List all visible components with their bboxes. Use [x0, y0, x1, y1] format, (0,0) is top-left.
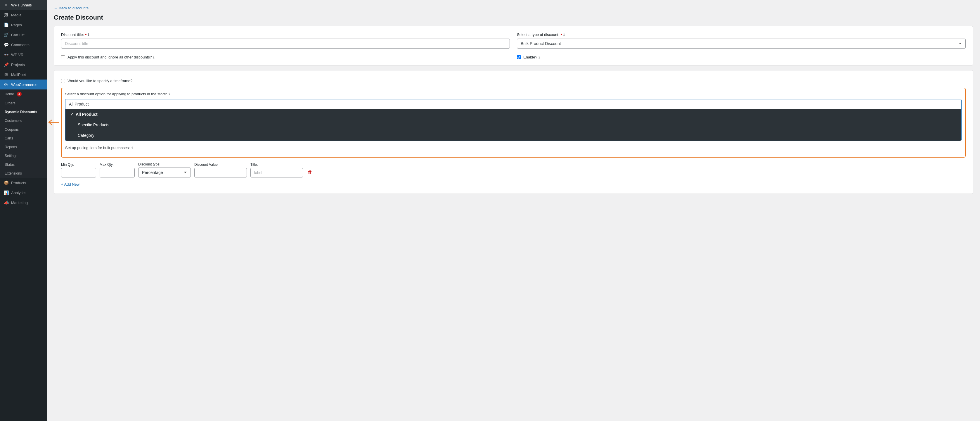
discount-type-label: Select a type of discount: • ℹ: [517, 32, 966, 37]
wp-vr-icon: 👓: [3, 52, 9, 57]
checkmark-icon: ✓: [70, 112, 73, 116]
woo-subitems: Home 4 Orders Dynamic Discounts Customer…: [0, 89, 47, 178]
enable-discount-label: Enable? ℹ: [523, 55, 540, 59]
back-arrow-icon: ←: [54, 6, 57, 10]
sidebar-item-home[interactable]: Home 4: [0, 89, 47, 99]
discount-value-label: Discount Value:: [194, 163, 247, 167]
projects-icon: 📌: [3, 62, 9, 67]
dropdown-option-all-product[interactable]: ✓ All Product: [65, 109, 961, 120]
dropdown-option-category[interactable]: Category: [65, 130, 961, 140]
dropdown-header: All Product: [65, 99, 961, 109]
sidebar-item-wp-funnels[interactable]: ≡ WP Funnels: [0, 0, 47, 10]
sidebar-item-wp-vr[interactable]: 👓 WP VR: [0, 50, 47, 60]
analytics-icon: 📊: [3, 190, 9, 195]
tier-discount-type-field: Discount type: Percentage Fixed: [138, 162, 191, 177]
discount-option-section: Select a discount option for applying to…: [61, 88, 966, 158]
pricing-tiers-info-icon[interactable]: ℹ: [132, 146, 133, 150]
title-field: Title:: [250, 163, 303, 177]
discount-title-label: Discount title: • ℹ: [61, 32, 510, 37]
tier-discount-type-label: Discount type:: [138, 162, 191, 166]
min-qty-input[interactable]: [61, 168, 96, 177]
back-to-discounts-link[interactable]: ← Back to discounts: [54, 6, 89, 10]
title-label: Title:: [250, 163, 303, 167]
timeframe-checkbox[interactable]: [61, 79, 65, 83]
wp-funnels-icon: ≡: [3, 2, 9, 8]
sidebar-item-analytics[interactable]: 📊 Analytics: [0, 188, 47, 198]
delete-tier-button[interactable]: 🗑: [307, 168, 313, 176]
page-title: Create Discount: [54, 14, 973, 21]
timeframe-row: Would you like to specify a timeframe?: [61, 79, 966, 83]
required-indicator: •: [85, 32, 87, 37]
dropdown-menu: ✓ All Product Specific Products Category: [65, 109, 961, 140]
discount-options-card: Would you like to specify a timeframe? S…: [54, 70, 973, 194]
tier-row: Min Qty: Max Qty: Discount type: Percent…: [61, 162, 966, 177]
timeframe-label: Would you like to specify a timeframe?: [67, 79, 132, 83]
apply-discount-info-icon[interactable]: ℹ: [153, 55, 154, 59]
discount-title-group: Discount title: • ℹ: [61, 32, 510, 48]
home-badge: 4: [17, 92, 22, 96]
discount-value-input[interactable]: [194, 168, 247, 177]
sidebar-item-projects[interactable]: 📌 Projects: [0, 60, 47, 70]
woocommerce-icon: 🛍: [3, 82, 9, 87]
discount-title-info-icon[interactable]: ℹ: [88, 32, 89, 37]
enable-row: Enable? ℹ: [517, 55, 966, 59]
sidebar-item-pages[interactable]: 📄 Pages: [0, 20, 47, 30]
sidebar-item-orders[interactable]: Orders: [0, 99, 47, 108]
sidebar-item-reports[interactable]: Reports: [0, 143, 47, 151]
discount-value-field: Discount Value:: [194, 163, 247, 177]
sidebar-item-products[interactable]: 📦 Products: [0, 178, 47, 188]
main-content: ← Back to discounts Create Discount Disc…: [47, 0, 980, 421]
discount-option-label: Select a discount option for applying to…: [65, 92, 962, 96]
sidebar-item-media[interactable]: 🖼 Media: [0, 10, 47, 20]
min-qty-field: Min Qty:: [61, 163, 96, 177]
pricing-tiers-label: Set up pricing tiers for bulk purchases:…: [65, 145, 962, 150]
discount-option-info-icon[interactable]: ℹ: [169, 92, 170, 96]
discount-type-info-icon[interactable]: ℹ: [563, 32, 565, 37]
sidebar-item-dynamic-discounts[interactable]: Dynamic Discounts: [0, 108, 47, 116]
products-icon: 📦: [3, 180, 9, 185]
min-qty-label: Min Qty:: [61, 163, 96, 167]
cart-lift-icon: 🛒: [3, 32, 9, 37]
max-qty-input[interactable]: [100, 168, 135, 177]
tier-discount-type-select[interactable]: Percentage Fixed: [138, 167, 191, 177]
sidebar-item-settings[interactable]: Settings: [0, 151, 47, 160]
marketing-icon: 📣: [3, 200, 9, 205]
arrow-pointer: [47, 119, 59, 127]
apply-discount-row: Apply this discount and ignore all other…: [61, 55, 510, 59]
sidebar-item-cart-lift[interactable]: 🛒 Cart Lift: [0, 30, 47, 40]
sidebar-item-comments[interactable]: 💬 Comments: [0, 40, 47, 50]
apply-discount-checkbox[interactable]: [61, 55, 65, 59]
required-indicator2: •: [560, 32, 562, 37]
apply-discount-label: Apply this discount and ignore all other…: [67, 55, 154, 59]
sidebar-item-marketing[interactable]: 📣 Marketing: [0, 198, 47, 207]
enable-info-icon[interactable]: ℹ: [538, 55, 540, 59]
add-new-button[interactable]: + Add New: [61, 181, 80, 188]
discount-title-input[interactable]: [61, 38, 510, 48]
max-qty-field: Max Qty:: [100, 163, 135, 177]
enable-discount-checkbox[interactable]: [517, 55, 521, 59]
sidebar-item-coupons[interactable]: Coupons: [0, 125, 47, 134]
sidebar-item-customers[interactable]: Customers: [0, 116, 47, 125]
max-qty-label: Max Qty:: [100, 163, 135, 167]
sidebar-item-status[interactable]: Status: [0, 160, 47, 169]
comments-icon: 💬: [3, 42, 9, 47]
sidebar-item-woocommerce[interactable]: 🛍 WooCommerce: [0, 80, 47, 89]
media-icon: 🖼: [3, 12, 9, 18]
mailpoet-icon: ✉: [3, 72, 9, 77]
dropdown-option-specific-products[interactable]: Specific Products: [65, 120, 961, 130]
sidebar-item-mailpoet[interactable]: ✉ MailPoet: [0, 70, 47, 80]
discount-option-dropdown[interactable]: All Product ✓ All Product Specific Produ…: [65, 99, 962, 141]
title-input[interactable]: [250, 168, 303, 177]
discount-type-group: Select a type of discount: • ℹ Bulk Prod…: [517, 32, 966, 48]
discount-basic-card: Discount title: • ℹ Select a type of dis…: [54, 26, 973, 65]
pages-icon: 📄: [3, 22, 9, 27]
sidebar-item-extensions[interactable]: Extensions: [0, 169, 47, 178]
sidebar-item-carts[interactable]: Carts: [0, 134, 47, 143]
sidebar: ≡ WP Funnels 🖼 Media 📄 Pages 🛒 Cart Lift…: [0, 0, 47, 421]
discount-type-select[interactable]: Bulk Product Discount Cart Discount Prod…: [517, 38, 966, 48]
